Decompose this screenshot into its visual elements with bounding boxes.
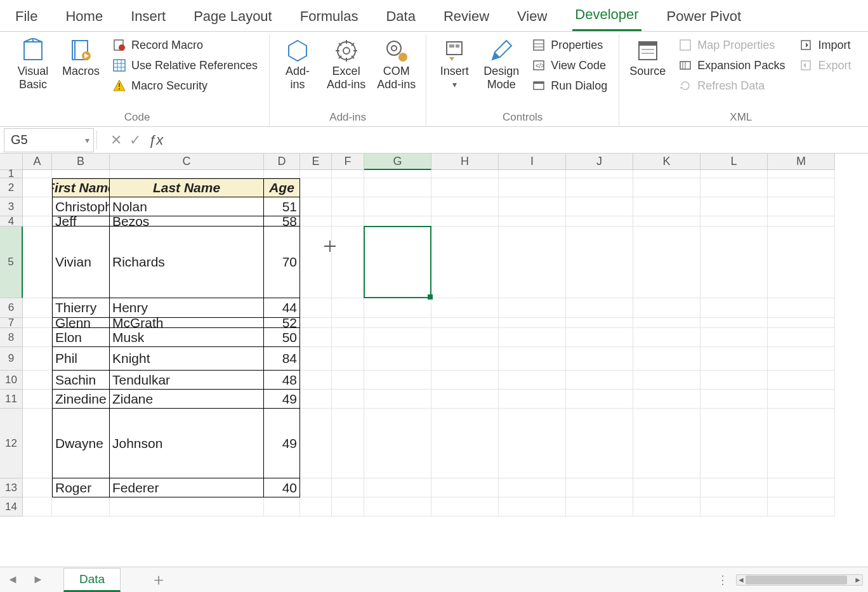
cell-A8[interactable] [23,328,52,347]
cell-F3[interactable] [332,197,364,216]
column-header-C[interactable]: C [110,154,264,170]
cell-C3[interactable]: Nolan [110,197,264,216]
cell-D14[interactable] [264,497,300,516]
cell-C6[interactable]: Henry [110,298,264,318]
cell-C1[interactable] [110,170,264,178]
column-header-B[interactable]: B [52,154,110,170]
cell-D7[interactable]: 52 [264,318,300,328]
cell-M9[interactable] [768,347,835,371]
cell-A1[interactable] [23,170,52,178]
cell-C11[interactable]: Zidane [110,390,264,409]
scroll-right-icon[interactable]: ► [853,575,862,585]
row-header-10[interactable]: 10 [0,371,23,390]
cell-A10[interactable] [23,371,52,390]
cell-L7[interactable] [700,318,768,328]
cell-F5[interactable] [332,227,364,298]
cell-K13[interactable] [633,478,700,497]
cell-B1[interactable] [52,170,110,178]
cell-K5[interactable] [633,227,700,298]
row-header-3[interactable]: 3 [0,197,23,216]
cell-M13[interactable] [768,478,835,497]
cell-J3[interactable] [566,197,633,216]
cell-M2[interactable] [768,178,835,197]
cell-L11[interactable] [700,390,768,409]
cell-L12[interactable] [700,409,768,478]
cell-H3[interactable] [431,197,499,216]
cell-K7[interactable] [633,318,700,328]
cell-J14[interactable] [566,497,633,516]
cell-E6[interactable] [300,298,332,318]
macro-security-button[interactable]: Macro Security [109,77,261,94]
cell-B2[interactable]: First Name [52,178,110,197]
cell-M10[interactable] [768,371,835,390]
cell-F4[interactable] [332,216,364,227]
cell-I2[interactable] [499,178,566,197]
cell-I12[interactable] [499,409,566,478]
cell-I9[interactable] [499,347,566,371]
cell-C4[interactable]: Bezos [110,216,264,227]
cell-I6[interactable] [499,298,566,318]
import-button[interactable]: Import [795,37,855,53]
cell-B13[interactable]: Roger [52,478,110,497]
macros-button[interactable]: Macros [60,36,102,81]
scroll-left-icon[interactable]: ◄ [737,575,746,585]
cell-D3[interactable]: 51 [264,197,300,216]
tab-formulas[interactable]: Formulas [298,3,361,31]
cell-C13[interactable]: Federer [110,478,264,497]
cell-L8[interactable] [700,328,768,347]
cell-F12[interactable] [332,409,364,478]
cell-L5[interactable] [700,227,768,298]
row-header-5[interactable]: 5 [0,227,23,298]
cell-A6[interactable] [23,298,52,318]
cell-F1[interactable] [332,170,364,178]
cell-E3[interactable] [300,197,332,216]
cell-G6[interactable] [364,298,431,318]
cell-K12[interactable] [633,409,700,478]
cell-J6[interactable] [566,298,633,318]
cell-H7[interactable] [431,318,499,328]
tab-file[interactable]: File [13,3,40,31]
column-header-M[interactable]: M [768,154,835,170]
cell-H1[interactable] [431,170,499,178]
cell-K2[interactable] [633,178,700,197]
cell-J5[interactable] [566,227,633,298]
export-button[interactable]: Export [795,57,855,74]
cell-G13[interactable] [364,478,431,497]
cell-I4[interactable] [499,216,566,227]
cell-I13[interactable] [499,478,566,497]
cell-G11[interactable] [364,390,431,409]
cell-G14[interactable] [364,497,431,516]
insert-control-button[interactable]: Insert ▾ [434,36,475,92]
cell-I10[interactable] [499,371,566,390]
formula-input[interactable] [167,127,868,153]
cell-A5[interactable] [23,227,52,298]
cell-A14[interactable] [23,497,52,516]
cell-D6[interactable]: 44 [264,298,300,318]
column-header-E[interactable]: E [300,154,332,170]
column-header-F[interactable]: F [332,154,364,170]
cell-J9[interactable] [566,347,633,371]
cell-L1[interactable] [700,170,768,178]
cell-E11[interactable] [300,390,332,409]
cell-I11[interactable] [499,390,566,409]
cell-L13[interactable] [700,478,768,497]
cell-B4[interactable]: Jeff [52,216,110,227]
cell-H9[interactable] [431,347,499,371]
cell-B12[interactable]: Dwayne [52,409,110,478]
name-box[interactable]: G5 ▾ [4,128,94,152]
column-header-I[interactable]: I [499,154,566,170]
cell-G7[interactable] [364,318,431,328]
cell-I3[interactable] [499,197,566,216]
cell-F9[interactable] [332,347,364,371]
cell-H4[interactable] [431,216,499,227]
cell-C10[interactable]: Tendulkar [110,371,264,390]
cell-H13[interactable] [431,478,499,497]
cell-area[interactable]: First NameLast NameAgeChristopherNolan51… [23,170,835,516]
cell-F8[interactable] [332,328,364,347]
com-addins-button[interactable]: COM Add-ins [374,36,418,93]
cell-G4[interactable] [364,216,431,227]
cell-A4[interactable] [23,216,52,227]
cell-G10[interactable] [364,371,431,390]
row-header-8[interactable]: 8 [0,328,23,347]
use-relative-references-button[interactable]: Use Relative References [109,57,261,74]
